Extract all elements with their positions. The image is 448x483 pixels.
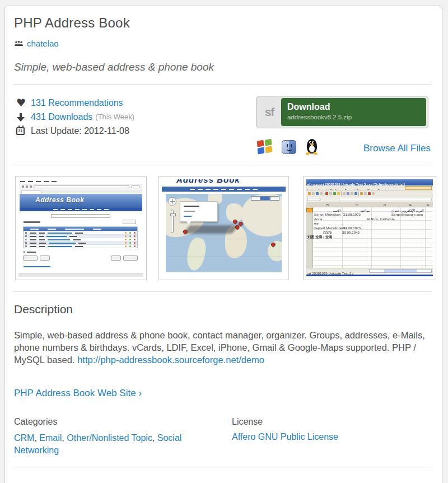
description-text: Simple, web-based address & phone book, …: [14, 329, 430, 366]
recommendations-link[interactable]: 131 Recommendations: [31, 98, 123, 108]
map-pan-control: [168, 197, 176, 206]
app-contacts-table: [23, 226, 138, 248]
category-link[interactable]: Other/Nonlisted Topic: [67, 433, 152, 443]
demo-link[interactable]: http://php-addressbook.sourceforge.net/d…: [77, 355, 264, 365]
os-icons-row: [257, 139, 319, 155]
app-search-box: [51, 214, 110, 218]
website-link[interactable]: PHP Address Book Web Site ›: [14, 388, 142, 399]
calendar-icon: 31: [16, 127, 25, 135]
license-heading: License: [232, 417, 263, 427]
downloads-note: (This Week): [95, 113, 134, 121]
excel-help-box: Frage hier eingeben: [405, 189, 432, 190]
page-title: PHP Address Book: [14, 15, 130, 31]
map-banner-title: Address Book: [176, 179, 240, 184]
maintainer-link[interactable]: chatelao: [27, 39, 59, 48]
excel-column-headers: B C D E F: [306, 202, 433, 207]
download-button[interactable]: Download addressbookv8.2.5.zip: [281, 98, 426, 126]
download-button-label: Download: [287, 102, 330, 112]
screenshot-map-thumbnail[interactable]: Address Book: [158, 176, 289, 280]
maintainer-row: chatelao: [14, 39, 59, 48]
last-update-text: Last Update: 2012-11-08: [31, 126, 129, 136]
sourceforge-logo: sf: [256, 96, 282, 128]
last-update-stat: 31 Last Update: 2012-11-08: [16, 124, 134, 138]
divider: [13, 84, 432, 85]
stats-block: ♥ 131 Recommendations 431 Downloads (Thi…: [16, 96, 134, 138]
download-widget: sf Download addressbookv8.2.5.zip: [256, 96, 428, 128]
map-info-bubble: [180, 201, 218, 222]
recommendations-stat: ♥ 131 Recommendations: [16, 96, 134, 110]
divider: [13, 165, 432, 165]
category-link[interactable]: Email: [39, 433, 62, 443]
project-card: PHP Address Book chatelao Simple, web-ba…: [4, 6, 442, 483]
people-icon: [14, 40, 24, 47]
heart-icon: ♥: [16, 97, 26, 108]
category-link[interactable]: CRM: [14, 433, 34, 443]
map-zoom-slider: [171, 210, 174, 233]
download-file-name: addressbookv8.2.5.zip: [287, 114, 420, 120]
categories-heading: Categories: [14, 417, 57, 427]
divider: [13, 467, 434, 467]
license-link[interactable]: Affero GNU Public License: [232, 432, 338, 442]
downloads-stat: 431 Downloads (This Week): [16, 110, 134, 124]
download-arrow-icon: [16, 113, 25, 122]
license-links: Affero GNU Public License: [232, 432, 338, 442]
map-type-buttons: [251, 196, 279, 201]
linux-icon: [305, 139, 319, 155]
description-heading: Description: [14, 303, 73, 316]
categories-links: CRM, Email, Other/Nonlisted Topic, Socia…: [14, 432, 202, 457]
divider: [13, 291, 432, 292]
screenshot-app-thumbnail[interactable]: Address Book: [15, 176, 147, 280]
windows-icon: [257, 139, 273, 155]
project-tagline: Simple, web-based address & phone book: [14, 61, 214, 73]
mac-icon: [282, 140, 296, 154]
excel-scrollbar: [369, 269, 432, 273]
downloads-link[interactable]: 431 Downloads: [31, 112, 92, 122]
screenshot-excel-thumbnail[interactable]: el - export 20081029 Unicode Test 3.csv …: [303, 176, 436, 280]
app-header-title: Address Book: [35, 196, 142, 204]
browse-all-files-link[interactable]: Browse All Files: [363, 143, 431, 154]
world-map: [166, 194, 282, 272]
